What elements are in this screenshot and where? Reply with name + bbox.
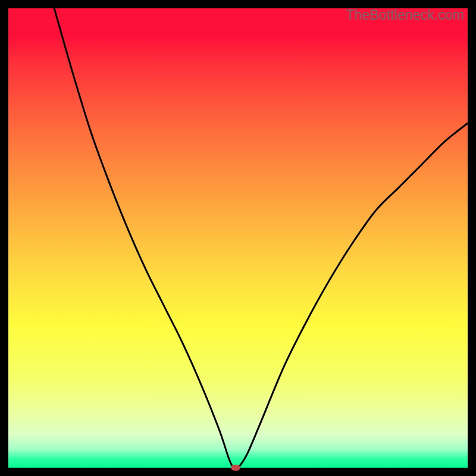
bottleneck-marker [231, 465, 240, 471]
chart-frame: TheBottleneck.com [0, 0, 476, 476]
curve-layer [8, 8, 468, 468]
chart-plot-area: TheBottleneck.com [8, 8, 468, 468]
bottleneck-curve [54, 8, 468, 468]
